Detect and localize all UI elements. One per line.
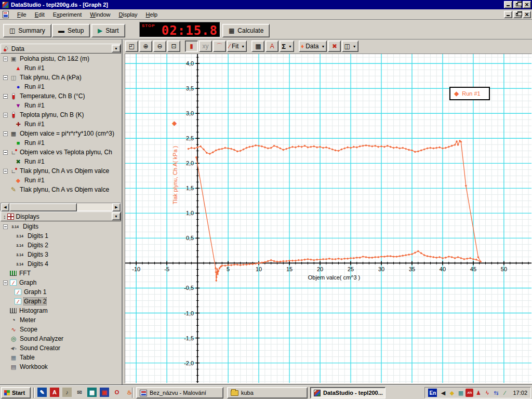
start-menu-button[interactable]: Start bbox=[1, 387, 31, 398]
displays-panel-header[interactable]: ↕ Displays ▼ bbox=[1, 211, 121, 221]
menu-help[interactable]: Help bbox=[142, 10, 162, 19]
smart-tool-button[interactable]: ▮ bbox=[185, 41, 198, 52]
menu-file[interactable]: File bbox=[13, 10, 31, 19]
collapse-box-icon[interactable] bbox=[3, 113, 8, 117]
statistics-dropdown[interactable]: Σ▼ bbox=[280, 41, 294, 52]
collapse-box-icon[interactable] bbox=[3, 281, 8, 285]
close-button[interactable] bbox=[523, 1, 531, 8]
display-item-graph-2[interactable]: ∕Graph 2 bbox=[1, 297, 121, 306]
wordpad-icon[interactable]: ✎ bbox=[37, 388, 47, 397]
tree-item-xy-plot[interactable]: ∟Objem valce vs Teplota plynu, Ch bbox=[1, 148, 121, 157]
run-item[interactable]: ▼Run #1 bbox=[1, 101, 121, 110]
display-item-graph-1[interactable]: ∕Graph 1 bbox=[1, 287, 121, 297]
run-item[interactable]: ■Run #1 bbox=[1, 138, 121, 148]
zoom-in-button[interactable]: ⊕ bbox=[139, 41, 152, 52]
diamond-tool-tray-icon[interactable]: ◆ bbox=[448, 389, 456, 397]
fit-dropdown[interactable]: ∕Fit▼ bbox=[227, 41, 247, 52]
volume-tray-icon[interactable]: ◀ bbox=[439, 389, 447, 397]
menu-edit[interactable]: Edit bbox=[31, 10, 49, 19]
clock[interactable]: 17:02 bbox=[513, 390, 527, 396]
child-restore-button[interactable] bbox=[513, 11, 522, 18]
collapse-box-icon[interactable] bbox=[3, 224, 8, 229]
scroll-right-button[interactable]: ▶ bbox=[112, 203, 121, 211]
collapse-box-icon[interactable] bbox=[3, 150, 8, 155]
display-item-table[interactable]: ▦Table bbox=[1, 353, 121, 362]
tree-item-calculator[interactable]: ▦Objem valce = pi*r*r*y*100 (cm^3) bbox=[1, 129, 121, 138]
acrobat-icon[interactable]: A bbox=[50, 388, 59, 397]
run-item[interactable]: ✖Run #1 bbox=[1, 157, 121, 166]
minimize-button[interactable] bbox=[504, 1, 512, 8]
display-item-digits-2[interactable]: 3.14Digits 2 bbox=[1, 241, 121, 250]
display-item-digits[interactable]: 3.14Digits bbox=[1, 222, 121, 231]
run-item[interactable]: ✚Run #1 bbox=[1, 119, 121, 129]
run-item[interactable]: ◆Run #1 bbox=[1, 176, 121, 185]
run-item[interactable]: ▲Run #1 bbox=[1, 63, 121, 73]
menu-experiment[interactable]: Experiment bbox=[49, 10, 86, 19]
tree-item-thermometer[interactable]: Temperature, Ch B (°C) bbox=[1, 91, 121, 101]
display-item-sound-analyzer[interactable]: ◎Sound Analyzer bbox=[1, 334, 121, 343]
task-button-paint[interactable]: Bez_názvu - Malování bbox=[136, 387, 223, 398]
calculate-tool-button[interactable]: ▦ bbox=[251, 41, 264, 52]
scroll-left-button[interactable]: ◀ bbox=[1, 203, 9, 211]
ati-tray-icon[interactable]: ATi bbox=[466, 389, 473, 397]
child-minimize-button[interactable] bbox=[504, 11, 512, 18]
legend[interactable]: ◆ Run #1 bbox=[449, 87, 490, 100]
menu-window[interactable]: Window bbox=[86, 10, 114, 19]
display-item-fft[interactable]: FFT bbox=[1, 269, 121, 278]
collapse-box-icon[interactable] bbox=[3, 131, 8, 136]
display-item-digits-4[interactable]: 3.14Digits 4 bbox=[1, 259, 121, 269]
dragon-app-icon[interactable]: ▣ bbox=[100, 388, 109, 397]
display-item-workbook[interactable]: ▤Workbook bbox=[1, 362, 121, 371]
power-tray-icon[interactable]: ϟ bbox=[483, 389, 491, 397]
scale-to-fit-button[interactable]: ◰ bbox=[125, 41, 138, 52]
media-player-icon[interactable]: ♪ bbox=[62, 388, 72, 397]
sync-tray-icon[interactable]: ⇆ bbox=[492, 389, 500, 397]
displays-panel-dropdown-button[interactable]: ▼ bbox=[112, 212, 121, 220]
child-close-button[interactable] bbox=[523, 11, 531, 18]
collapse-box-icon[interactable] bbox=[3, 94, 8, 99]
zoom-out-button[interactable]: ⊖ bbox=[153, 41, 166, 52]
task-button-folder[interactable]: kuba bbox=[227, 387, 308, 398]
display-item-meter[interactable]: ◔Meter bbox=[1, 315, 121, 325]
run-item[interactable]: ●Run #1 bbox=[1, 82, 121, 91]
tree-item-pressure-sensor[interactable]: ◫Tlak plynu, Ch A (kPa) bbox=[1, 73, 121, 82]
tree-item-motion-sensor[interactable]: ▣Poloha pistu, Ch 1&2 (m) bbox=[1, 54, 121, 63]
mail-icon[interactable]: ✉ bbox=[75, 388, 84, 397]
collapse-box-icon[interactable] bbox=[3, 169, 8, 174]
xy-tool-button[interactable]: xy bbox=[199, 41, 212, 52]
task-button-datastudio[interactable]: DataStudio - tepl200... bbox=[310, 387, 385, 398]
start-button[interactable]: ▶ Start bbox=[91, 24, 125, 37]
slope-tool-button[interactable]: ⌒ bbox=[213, 41, 226, 52]
display-item-digits-1[interactable]: 3.14Digits 1 bbox=[1, 231, 121, 241]
scrollbar-thumb[interactable] bbox=[9, 203, 77, 211]
display-item-graph[interactable]: ∕Graph bbox=[1, 278, 121, 287]
settings-dropdown[interactable]: ◫▼ bbox=[342, 41, 358, 52]
tree-item-thermometer[interactable]: Teplota plynu, Ch B (K) bbox=[1, 110, 121, 119]
document-icon[interactable] bbox=[3, 11, 9, 18]
tree-item-xy-plot[interactable]: ∟Tlak plynu, Ch A vs Objem valce bbox=[1, 166, 121, 176]
data-tree-hscrollbar[interactable]: ◀ ▶ bbox=[1, 203, 121, 211]
display-item-histogram[interactable]: Histogram bbox=[1, 306, 121, 315]
calculate-button[interactable]: ▦ Calculate bbox=[222, 24, 270, 37]
text-tool-button[interactable]: A bbox=[265, 41, 278, 52]
pen-tray-icon[interactable]: ∕ bbox=[501, 389, 509, 397]
scheduler-tray-icon[interactable]: ▦ bbox=[457, 389, 464, 397]
graph-plot[interactable]: -10-551015202530354045504,03,53,02,52,01… bbox=[125, 54, 531, 383]
keyboard-layout-indicator[interactable]: En bbox=[428, 389, 437, 397]
restore-button[interactable] bbox=[513, 1, 522, 8]
agent-tray-icon[interactable]: ♟ bbox=[474, 389, 482, 397]
zoom-select-button[interactable]: ⊡ bbox=[167, 41, 180, 52]
delete-button[interactable]: ✖ bbox=[328, 41, 341, 52]
menu-display[interactable]: Display bbox=[115, 10, 142, 19]
tree-item-pencil[interactable]: ✎Tlak plynu, Ch A vs Objem valce bbox=[1, 185, 121, 194]
collapse-box-icon[interactable] bbox=[3, 75, 8, 80]
graph-plot-area[interactable]: -10-551015202530354045504,03,53,02,52,01… bbox=[125, 54, 532, 383]
display-item-sound-creator[interactable]: ◀∿Sound Creator bbox=[1, 343, 121, 353]
calculator-app-icon[interactable]: ▦ bbox=[87, 388, 97, 397]
splitter-icon[interactable]: ↕ bbox=[3, 214, 6, 220]
opera-icon[interactable]: O bbox=[112, 388, 122, 397]
display-item-digits-3[interactable]: 3.14Digits 3 bbox=[1, 250, 121, 259]
data-dropdown[interactable]: ♦Data▼ bbox=[299, 41, 327, 52]
collapse-box-icon[interactable] bbox=[3, 57, 8, 61]
setup-button[interactable]: ▬ Setup bbox=[52, 24, 90, 37]
